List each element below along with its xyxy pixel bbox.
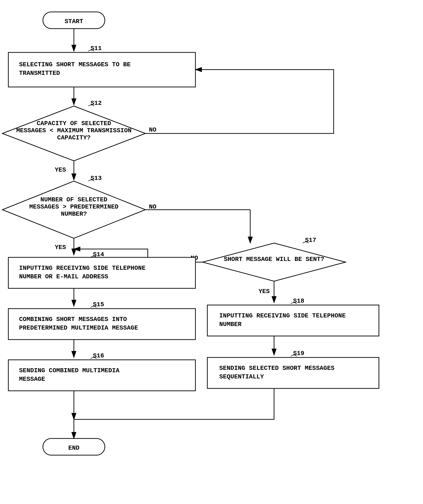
s15-text1: COMBINING SHORT MESSAGES INTO (19, 316, 127, 323)
s19-text2: SEQUENTIALLY (219, 373, 264, 380)
s19-text1: SENDING SELECTED SHORT MESSAGES (219, 365, 335, 372)
s18-box (207, 305, 379, 336)
s14-text2: NUMBER OR E-MAIL ADDRESS (19, 273, 108, 280)
s12-label: S12 (91, 100, 102, 107)
end-label: END (68, 444, 80, 452)
s12-no-label: NO (149, 126, 156, 133)
s16-box (8, 360, 195, 391)
s15-text2: PREDETERMINED MULTIMEDIA MESSAGE (19, 324, 138, 331)
s17-label: S17 (305, 237, 316, 244)
s12-text3: CAPACITY? (57, 134, 91, 141)
s18-text1: INPUTTING RECEIVING SIDE TELEPHONE (219, 312, 346, 319)
flowchart-diagram: START S11 SELECTING SHORT MESSAGES TO BE… (0, 0, 423, 504)
s19-label: S19 (293, 350, 304, 357)
s13-text1: NUMBER OF SELECTED (41, 196, 108, 203)
s19-box (207, 357, 379, 388)
s13-yes-label: YES (55, 244, 66, 251)
s16-text1: SENDING COMBINED MULTIMEDIA (19, 367, 120, 374)
s13-text3: NUMBER? (61, 210, 87, 218)
s18-label: S18 (293, 297, 304, 305)
s15-label: S15 (93, 301, 104, 308)
s18-text2: NUMBER (219, 321, 242, 328)
s11-line2: TRANSMITTED (19, 70, 60, 77)
s16-text2: MESSAGE (19, 376, 45, 383)
s14-box (8, 257, 195, 288)
s12-text1: CAPACITY OF SELECTED (37, 120, 111, 127)
s14-text1: INPUTTING RECEIVING SIDE TELEPHONE (19, 264, 146, 272)
s17-text1: SHORT MESSAGE WILL BE SENT? (224, 256, 324, 263)
s16-label: S16 (93, 352, 104, 359)
start-label: START (65, 18, 83, 25)
s13-label: S13 (91, 175, 102, 182)
s15-box (8, 309, 195, 340)
s11-label: S11 (91, 45, 102, 52)
s12-yes-label: YES (55, 166, 66, 174)
s17-yes-label: YES (259, 288, 270, 295)
s12-text2: MESSAGES < MAXIMUM TRANSMISSION (16, 127, 132, 134)
s11-line1: SELECTING SHORT MESSAGES TO BE (19, 61, 131, 68)
s13-text2: MESSAGES > PREDETERMINED (29, 203, 118, 210)
